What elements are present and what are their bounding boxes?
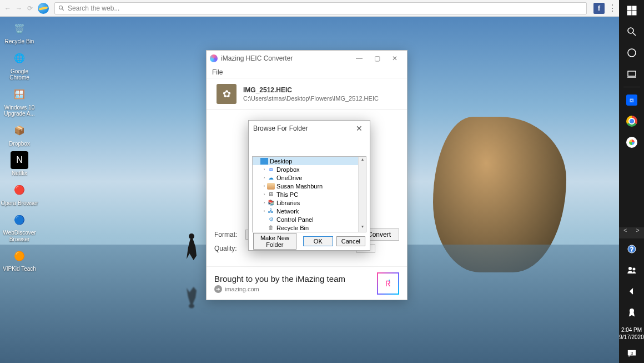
sidebar-nav-left[interactable]: < [619, 227, 632, 238]
svg-rect-5 [627, 11, 631, 15]
desktop-icon[interactable]: 🔴Opera Browser [0, 181, 39, 207]
search-icon [58, 5, 65, 12]
expand-chevron-icon[interactable]: › [261, 200, 267, 205]
quality-label: Quality: [214, 245, 245, 252]
expand-chevron-icon[interactable]: › [261, 167, 267, 172]
close-button[interactable]: ✕ [386, 54, 404, 62]
app-icon [210, 54, 218, 62]
expand-chevron-icon[interactable]: › [261, 175, 267, 180]
tree-node-icon: ⧈ [267, 166, 275, 173]
wallpaper-runner [183, 233, 200, 264]
tree-node-label: Network [276, 208, 299, 215]
tree-node[interactable]: ›⧈Dropbox [253, 165, 366, 173]
folder-tree: Desktop›⧈Dropbox›☁OneDrive›Susan Mashbur… [252, 156, 366, 232]
system-clock[interactable]: 2:04 PM 9/17/2020 [619, 323, 644, 344]
tree-node[interactable]: ›Susan Mashburn [253, 182, 366, 190]
clock-date: 9/17/2020 [619, 334, 644, 341]
footer-link[interactable]: imazing.com [214, 285, 345, 293]
tree-node-label: Susan Mashburn [276, 183, 323, 190]
sidebar-navrow: < > [619, 227, 644, 238]
menu-file[interactable]: File [212, 68, 223, 76]
search-button[interactable] [619, 21, 644, 42]
ie-logo-icon [38, 3, 49, 14]
file-row[interactable]: IMG_2512.HEIC C:\Users\stmas\Desktop\Flo… [207, 78, 407, 110]
nav-forward-button[interactable]: → [13, 4, 24, 12]
tree-node[interactable]: ›🖧Network [253, 207, 366, 215]
desktop-icon[interactable]: 🔵WebDiscover Browser [0, 211, 39, 242]
taskbar-webdiscover[interactable] [619, 132, 644, 153]
search-input[interactable]: Search the web... [54, 2, 587, 14]
svg-rect-3 [627, 6, 631, 10]
tree-node-label: Desktop [270, 158, 292, 165]
tree-node-icon: ☁ [267, 175, 275, 181]
svg-point-7 [628, 28, 633, 33]
tree-node[interactable]: 🗑Recycle Bin [253, 223, 366, 232]
maximize-button[interactable]: ▢ [368, 54, 386, 62]
desktop-icon[interactable]: NNetflix [0, 151, 39, 177]
desktop-icon[interactable]: 🟠VIPKid Teach [0, 247, 39, 272]
minimize-button[interactable]: — [350, 54, 368, 62]
wallpaper-runner-reflection [183, 284, 200, 309]
desktop-icon-glyph: N [11, 151, 28, 169]
menu-kebab-button[interactable]: ⋮ [608, 3, 617, 13]
svg-point-14 [628, 267, 631, 270]
cortana-button[interactable] [619, 42, 644, 63]
tray-chevron-icon[interactable] [619, 281, 644, 302]
cancel-button[interactable]: Cancel [336, 236, 365, 246]
windows-sidebar: ⧈ < > ? 2:04 PM 9/17/2020 3 [619, 0, 644, 363]
expand-chevron-icon[interactable]: › [261, 192, 267, 197]
scroll-up-button[interactable]: ▴ [359, 157, 366, 165]
tray-ribbon-icon[interactable] [619, 302, 644, 323]
desktop-icon[interactable]: 🌐Google Chrome [0, 49, 39, 81]
tree-node[interactable]: ›☁OneDrive [253, 173, 366, 182]
desktop-icon-glyph: 🔵 [11, 211, 28, 228]
facebook-button[interactable]: f [593, 3, 605, 14]
make-new-folder-button[interactable]: Make New Folder [253, 233, 296, 250]
svg-point-16 [630, 309, 633, 312]
tree-node[interactable]: ›📚Libraries [253, 198, 366, 207]
expand-chevron-icon[interactable]: › [261, 183, 267, 188]
tree-node-label: Libraries [276, 200, 300, 206]
dialog-buttons: Make New Folder OK Cancel [249, 232, 370, 250]
start-button[interactable] [619, 0, 644, 21]
tree-node-icon: 🗑 [267, 225, 275, 231]
desktop-icon-glyph: 📦 [11, 122, 28, 140]
desktop-icon[interactable]: 🪟Windows 10 Upgrade A... [0, 86, 39, 117]
nav-reload-button[interactable]: ⟳ [24, 4, 36, 12]
tree-scrollbar[interactable]: ▴ ▾ [358, 157, 366, 232]
sidebar-nav-right[interactable]: > [632, 227, 645, 238]
search-placeholder: Search the web... [68, 4, 119, 12]
tray-help-icon[interactable]: ? [619, 238, 644, 260]
svg-point-2 [389, 280, 390, 281]
desktop-icon[interactable]: 📦Dropbox [0, 122, 39, 147]
tray-people-icon[interactable] [619, 260, 644, 281]
desktop-icon-glyph: 🌐 [11, 49, 28, 67]
notifications-button[interactable]: 3 [619, 344, 644, 363]
svg-point-9 [628, 49, 636, 57]
tree-node-label: Recycle Bin [276, 225, 309, 231]
dialog-close-button[interactable]: ✕ [353, 124, 365, 133]
desktop-icon-label: Dropbox [0, 141, 39, 147]
tree-node[interactable]: ⚙Control Panel [253, 215, 366, 223]
svg-point-0 [59, 6, 63, 9]
taskview-button[interactable] [619, 63, 644, 84]
tree-node-icon: 🖧 [267, 208, 275, 215]
desktop-icon[interactable]: 🗑️Recycle Bin [0, 19, 39, 45]
taskbar-dropbox[interactable]: ⧈ [619, 89, 644, 111]
window-titlebar[interactable]: iMazing HEIC Converter — ▢ ✕ [207, 51, 407, 66]
expand-chevron-icon[interactable]: › [261, 208, 267, 213]
scroll-down-button[interactable]: ▾ [359, 224, 366, 232]
tree-node[interactable]: Desktop [253, 157, 366, 165]
dialog-titlebar[interactable]: Browse For Folder ✕ [249, 121, 370, 136]
taskbar-chrome[interactable] [619, 111, 644, 132]
menu-bar: File [207, 66, 407, 78]
browse-folder-dialog: Browse For Folder ✕ Desktop›⧈Dropbox›☁On… [248, 120, 370, 251]
svg-rect-4 [632, 6, 636, 10]
file-path: C:\Users\stmas\Desktop\Flowers\IMG_2512.… [243, 95, 379, 102]
imazing-logo-icon [377, 272, 399, 295]
tree-node[interactable]: ›🖥This PC [253, 190, 366, 198]
ok-button[interactable]: OK [303, 236, 333, 246]
desktop-icons-column: 🗑️Recycle Bin🌐Google Chrome🪟Windows 10 U… [0, 19, 44, 277]
desktop-icon-glyph: 🔴 [11, 181, 28, 199]
nav-back-button[interactable]: ← [2, 4, 13, 12]
